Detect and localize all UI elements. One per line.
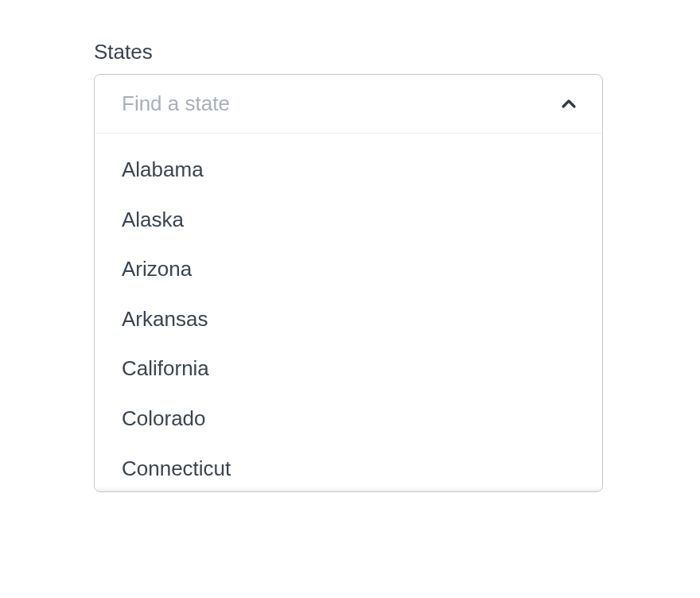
state-combobox[interactable]: Alabama Alaska Arizona Arkansas Californ… <box>94 74 603 492</box>
search-input[interactable] <box>122 91 554 116</box>
chevron-up-icon <box>559 95 578 114</box>
options-list[interactable]: Alabama Alaska Arizona Arkansas Californ… <box>95 134 602 491</box>
list-item[interactable]: Colorado <box>95 394 602 444</box>
list-item[interactable]: Arkansas <box>95 294 602 344</box>
list-item[interactable]: Alabama <box>95 145 602 195</box>
list-item[interactable]: California <box>95 344 602 394</box>
list-item[interactable]: Connecticut <box>95 444 602 491</box>
field-label: States <box>94 40 603 64</box>
collapse-button[interactable] <box>554 90 583 118</box>
list-item[interactable]: Arizona <box>95 244 602 294</box>
search-row <box>95 75 602 134</box>
list-item[interactable]: Alaska <box>95 195 602 245</box>
